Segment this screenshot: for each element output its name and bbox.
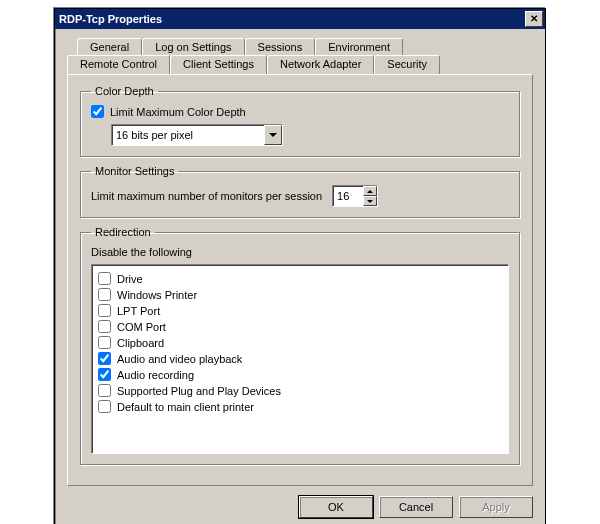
close-icon: ✕	[530, 14, 538, 24]
list-item: Supported Plug and Play Devices	[98, 384, 502, 397]
redir-lpt-port-checkbox[interactable]	[98, 304, 111, 317]
list-item: Clipboard	[98, 336, 502, 349]
rdp-tcp-properties-dialog: RDP-Tcp Properties ✕ General Log on Sett…	[54, 8, 546, 524]
group-monitor-settings: Monitor Settings Limit maximum number of…	[80, 165, 520, 218]
color-depth-dropdown[interactable]: 16 bits per pixel	[111, 124, 283, 146]
list-item: COM Port	[98, 320, 502, 333]
redir-pnp-devices-checkbox[interactable]	[98, 384, 111, 397]
color-depth-value: 16 bits per pixel	[112, 129, 264, 141]
redir-item-label: Clipboard	[117, 337, 164, 349]
tab-security[interactable]: Security	[374, 55, 440, 74]
dialog-button-row: OK Cancel Apply	[55, 496, 545, 524]
tab-sessions[interactable]: Sessions	[245, 38, 316, 56]
tab-log-on-settings[interactable]: Log on Settings	[142, 38, 244, 56]
list-item: LPT Port	[98, 304, 502, 317]
group-redirection: Redirection Disable the following Drive …	[80, 226, 520, 465]
monitor-settings-legend: Monitor Settings	[91, 165, 178, 177]
titlebar: RDP-Tcp Properties ✕	[55, 9, 545, 29]
redir-item-label: COM Port	[117, 321, 166, 333]
disable-following-label: Disable the following	[91, 246, 509, 258]
color-depth-legend: Color Depth	[91, 85, 158, 97]
spinner-down-icon[interactable]	[363, 196, 377, 206]
tab-network-adapter[interactable]: Network Adapter	[267, 55, 374, 74]
tab-panel-client-settings: Color Depth Limit Maximum Color Depth 16…	[67, 74, 533, 486]
redir-item-label: Drive	[117, 273, 143, 285]
ok-button[interactable]: OK	[299, 496, 373, 518]
tab-remote-control[interactable]: Remote Control	[67, 55, 170, 74]
redir-item-label: Audio and video playback	[117, 353, 242, 365]
redir-com-port-checkbox[interactable]	[98, 320, 111, 333]
list-item: Drive	[98, 272, 502, 285]
redir-audio-recording-checkbox[interactable]	[98, 368, 111, 381]
group-color-depth: Color Depth Limit Maximum Color Depth 16…	[80, 85, 520, 157]
tab-general[interactable]: General	[77, 38, 142, 56]
list-item: Audio and video playback	[98, 352, 502, 365]
tab-strip: General Log on Settings Sessions Environ…	[67, 37, 533, 486]
redir-item-label: Supported Plug and Play Devices	[117, 385, 281, 397]
redir-drive-checkbox[interactable]	[98, 272, 111, 285]
redir-item-label: LPT Port	[117, 305, 160, 317]
limit-color-depth-checkbox[interactable]	[91, 105, 104, 118]
window-title: RDP-Tcp Properties	[59, 13, 525, 25]
monitor-limit-label: Limit maximum number of monitors per ses…	[91, 190, 322, 202]
redir-item-label: Default to main client printer	[117, 401, 254, 413]
redirection-legend: Redirection	[91, 226, 155, 238]
limit-color-depth-label: Limit Maximum Color Depth	[110, 106, 246, 118]
redir-windows-printer-checkbox[interactable]	[98, 288, 111, 301]
tab-client-settings[interactable]: Client Settings	[170, 55, 267, 74]
list-item: Windows Printer	[98, 288, 502, 301]
redir-item-label: Windows Printer	[117, 289, 197, 301]
redir-audio-video-playback-checkbox[interactable]	[98, 352, 111, 365]
apply-button[interactable]: Apply	[459, 496, 533, 518]
chevron-down-icon[interactable]	[264, 125, 282, 145]
redir-item-label: Audio recording	[117, 369, 194, 381]
monitor-limit-spinner[interactable]: 16	[332, 185, 378, 207]
list-item: Default to main client printer	[98, 400, 502, 413]
close-button[interactable]: ✕	[525, 11, 543, 27]
list-item: Audio recording	[98, 368, 502, 381]
redir-clipboard-checkbox[interactable]	[98, 336, 111, 349]
spinner-up-icon[interactable]	[363, 186, 377, 196]
redirection-list: Drive Windows Printer LPT Port COM Port …	[91, 264, 509, 454]
redir-default-printer-checkbox[interactable]	[98, 400, 111, 413]
tab-environment[interactable]: Environment	[315, 38, 403, 56]
cancel-button[interactable]: Cancel	[379, 496, 453, 518]
monitor-limit-value: 16	[333, 186, 363, 206]
